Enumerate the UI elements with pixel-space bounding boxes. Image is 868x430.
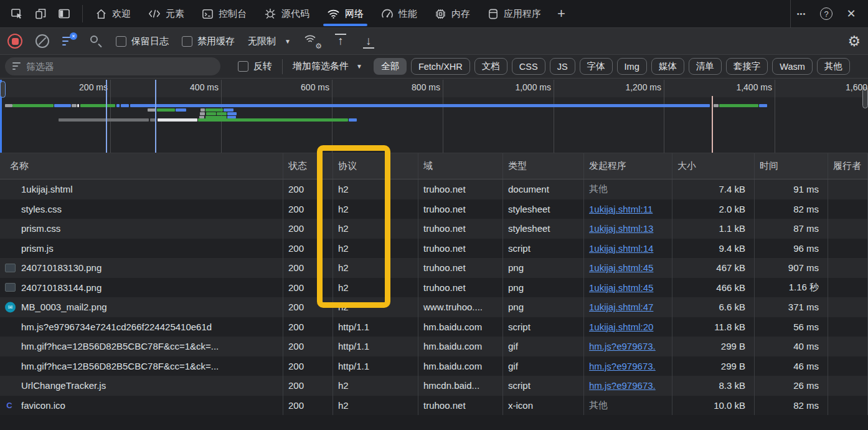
- request-row[interactable]: ✉MB_0003_mail2.png200h2www.truhoo....png…: [0, 297, 868, 317]
- cell-fulfilled: [828, 278, 868, 298]
- initiator-link[interactable]: 1ukijaj.shtml:20: [589, 322, 653, 332]
- more-filters-dropdown[interactable]: 增加筛选条件 ▼: [293, 60, 362, 72]
- column-header-domain[interactable]: 域: [418, 153, 503, 179]
- cell-value: 40 ms: [793, 341, 819, 351]
- network-conditions-icon[interactable]: ⚙: [304, 34, 320, 49]
- device-toolbar-icon[interactable]: [30, 3, 51, 24]
- tab-performance[interactable]: 性能: [372, 0, 426, 27]
- cell-value: 96 ms: [793, 243, 819, 254]
- disable-cache-checkbox[interactable]: 禁用缓存: [182, 36, 235, 47]
- cell-domain: www.truhoo....: [418, 297, 503, 317]
- request-row[interactable]: hm.gif?hca=12B56D82B5CBC78F&cc=1&ck=...2…: [0, 337, 868, 356]
- chip-font[interactable]: 字体: [580, 58, 613, 75]
- tab-application[interactable]: 应用程序: [479, 0, 550, 27]
- cell-value: 466 kB: [716, 282, 745, 293]
- chip-wasm[interactable]: Wasm: [772, 58, 813, 75]
- initiator-link[interactable]: 1ukijaj.shtml:47: [589, 302, 653, 312]
- invert-checkbox[interactable]: 反转: [238, 60, 272, 72]
- cell-initiator: 1ukijaj.shtml:47: [584, 297, 672, 317]
- chip-css[interactable]: CSS: [512, 58, 545, 75]
- checkbox-box[interactable]: [238, 61, 248, 72]
- chip-fetch-xhr[interactable]: Fetch/XHR: [411, 58, 470, 75]
- column-header-type[interactable]: 类型: [503, 153, 584, 179]
- initiator-link[interactable]: 1ukijaj.shtml:11: [589, 204, 653, 214]
- request-row[interactable]: Cfavicon.ico200h2truhoo.netx-icon其他10.0 …: [0, 396, 868, 416]
- more-tabs-button[interactable]: +: [550, 0, 573, 27]
- cell-status: 200: [283, 278, 333, 298]
- tab-memory[interactable]: 内存: [426, 0, 479, 27]
- filter-toggle-icon[interactable]: ×: [62, 35, 76, 47]
- request-row[interactable]: 240710183130.png200h2truhoo.netpng1ukija…: [0, 258, 868, 278]
- column-header-fulfilled[interactable]: 履行者: [828, 153, 868, 179]
- column-header-name[interactable]: 名称: [0, 153, 283, 179]
- network-overview-waterfall[interactable]: 200 ms400 ms600 ms800 ms1,000 ms1,200 ms…: [0, 79, 868, 153]
- export-har-icon[interactable]: ↓: [361, 35, 376, 47]
- cell-time: 371 ms: [755, 297, 828, 317]
- filter-input[interactable]: [26, 61, 207, 72]
- waterfall-bar: [224, 108, 234, 112]
- import-har-icon[interactable]: ↑: [333, 35, 348, 47]
- chip-other[interactable]: 其他: [817, 58, 850, 75]
- request-row[interactable]: prism.css200h2truhoo.netstylesheet1ukija…: [0, 219, 868, 239]
- search-icon[interactable]: [89, 34, 103, 48]
- request-name: prism.js: [21, 243, 54, 254]
- request-row[interactable]: hm.js?e9796734e7241cd266f224425410e61d20…: [0, 317, 868, 337]
- inspect-icon[interactable]: [6, 3, 27, 24]
- chip-img[interactable]: Img: [617, 58, 647, 75]
- tab-elements-label: 元素: [166, 8, 184, 20]
- column-header-size[interactable]: 大小: [672, 153, 755, 179]
- cell-initiator: hm.js?e979673.: [584, 356, 672, 376]
- column-header-protocol[interactable]: 协议: [333, 153, 418, 179]
- column-header-initiator[interactable]: 发起程序: [584, 153, 672, 179]
- record-network-log-button[interactable]: [7, 34, 22, 49]
- waterfall-bar: [157, 108, 175, 112]
- overview-left-handle[interactable]: [0, 81, 6, 98]
- tab-sources[interactable]: 源代码: [255, 0, 318, 27]
- chip-doc[interactable]: 文档: [474, 58, 507, 75]
- checkbox-box[interactable]: [116, 36, 126, 47]
- initiator-link[interactable]: hm.js?e979673.: [589, 380, 656, 391]
- dock-side-icon[interactable]: [54, 3, 75, 24]
- request-row[interactable]: 1ukijaj.shtml200h2truhoo.netdocument其他7.…: [0, 179, 868, 199]
- request-row[interactable]: styles.css200h2truhoo.netstylesheet1ukij…: [0, 199, 868, 219]
- checkbox-box[interactable]: [182, 36, 192, 47]
- cell-value: hm.baidu.com: [423, 361, 482, 371]
- settings-gear-icon[interactable]: ⚙: [847, 33, 861, 50]
- help-icon[interactable]: ?: [816, 3, 837, 24]
- initiator-link[interactable]: hm.js?e979673.: [589, 341, 656, 351]
- mail-image-icon: ✉: [5, 302, 16, 312]
- chip-manifest[interactable]: 清单: [689, 58, 722, 75]
- request-row[interactable]: prism.js200h2truhoo.netscript1ukijaj.sht…: [0, 239, 868, 259]
- request-row[interactable]: 240710183144.png200h2truhoo.netpng1ukija…: [0, 278, 868, 298]
- cell-type: x-icon: [503, 396, 584, 416]
- more-options-icon[interactable]: •••: [791, 3, 812, 24]
- cell-initiator: 1ukijaj.shtml:20: [584, 317, 672, 337]
- chip-socket[interactable]: 套接字: [726, 58, 768, 75]
- waterfall-bar: [72, 104, 77, 107]
- cell-value: 200: [288, 184, 304, 194]
- initiator-link[interactable]: 1ukijaj.shtml:45: [589, 262, 653, 273]
- request-row[interactable]: UrlChangeTracker.js200h2hmcdn.baid...scr…: [0, 376, 868, 396]
- initiator-link[interactable]: 1ukijaj.shtml:45: [589, 282, 653, 293]
- initiator-link[interactable]: 1ukijaj.shtml:13: [589, 223, 653, 234]
- request-row[interactable]: hm.gif?hca=12B56D82B5CBC78F&cc=1&ck=...2…: [0, 356, 868, 376]
- tab-network[interactable]: 网络: [318, 0, 372, 27]
- tab-console[interactable]: 控制台: [193, 0, 255, 27]
- close-icon[interactable]: ✕: [841, 3, 862, 24]
- chip-all[interactable]: 全部: [374, 58, 407, 75]
- chip-media[interactable]: 媒体: [651, 58, 684, 75]
- tab-elements[interactable]: 元素: [139, 0, 193, 27]
- chip-js[interactable]: JS: [550, 58, 575, 75]
- requests-table-body: 1ukijaj.shtml200h2truhoo.netdocument其他7.…: [0, 179, 868, 415]
- throttling-dropdown[interactable]: 无限制 ▼: [248, 36, 291, 47]
- initiator-link[interactable]: hm.js?e979673.: [589, 361, 656, 371]
- initiator-link[interactable]: 1ukijaj.shtml:14: [589, 243, 653, 254]
- waterfall-bar: [5, 104, 12, 107]
- column-header-status[interactable]: 状态: [283, 153, 333, 179]
- preserve-log-checkbox[interactable]: 保留日志: [116, 36, 169, 47]
- clear-network-log-icon[interactable]: [35, 34, 49, 48]
- column-header-time[interactable]: 时间: [755, 153, 828, 179]
- tab-welcome[interactable]: 欢迎: [87, 0, 139, 27]
- cell-value: png: [508, 302, 524, 312]
- cell-initiator: hm.js?e979673.: [584, 376, 672, 396]
